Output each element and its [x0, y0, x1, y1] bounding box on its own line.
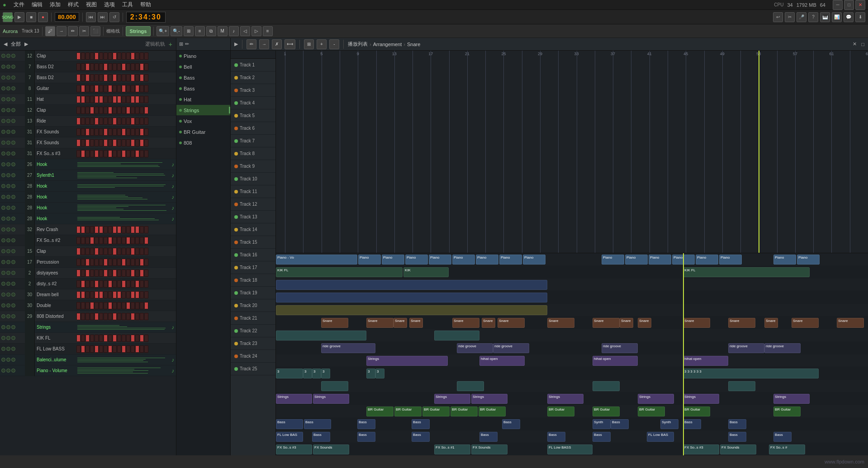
loop-btn[interactable]: ↺: [109, 12, 119, 22]
arrangement-clip[interactable]: Strings: [434, 394, 470, 404]
step-pad[interactable]: [95, 280, 99, 288]
step-pad[interactable]: [85, 269, 90, 277]
track-mute-btn[interactable]: [1, 195, 5, 199]
step-pad[interactable]: [81, 139, 85, 147]
step-pad[interactable]: [90, 280, 94, 288]
step-pad[interactable]: [113, 291, 117, 298]
minimize-btn[interactable]: ─: [833, 0, 843, 10]
track-mute-btn[interactable]: [1, 260, 5, 264]
step-pad[interactable]: [122, 85, 126, 92]
arrangement-clip[interactable]: Bass: [479, 432, 498, 442]
step-pad[interactable]: [135, 335, 139, 342]
step-pad[interactable]: [144, 63, 148, 71]
step-pad[interactable]: [144, 85, 148, 92]
step-pad[interactable]: [95, 150, 99, 157]
arrangement-clip[interactable]: ride groove: [764, 343, 801, 353]
track-solo-btn[interactable]: [6, 249, 10, 253]
arrangement-clip[interactable]: FL Low BAS: [276, 432, 303, 442]
step-pad[interactable]: [144, 291, 148, 298]
step-pad[interactable]: [90, 269, 94, 277]
arr-track-row[interactable]: KIK FLKIKKIK FL: [276, 266, 868, 279]
step-pad[interactable]: [90, 302, 94, 309]
step-pad[interactable]: [117, 63, 121, 71]
track-name-label[interactable]: Double: [35, 303, 76, 308]
step-pad[interactable]: [85, 291, 90, 298]
step-pad[interactable]: [108, 302, 112, 309]
track-name-label[interactable]: FX Sounds: [35, 140, 76, 145]
step-pad[interactable]: [144, 96, 148, 103]
glue-btn[interactable]: ▷: [251, 26, 261, 36]
step-pad[interactable]: [135, 345, 139, 353]
step-pad[interactable]: [117, 150, 121, 157]
track-row[interactable]: 12Clap: [0, 105, 176, 116]
arrangement-clip[interactable]: Piano: [382, 255, 404, 265]
track-mute-btn[interactable]: [1, 369, 5, 373]
piano-btn[interactable]: 🎹: [820, 12, 830, 22]
track-solo-btn[interactable]: [6, 162, 10, 166]
track-arm-btn[interactable]: [11, 206, 15, 210]
step-pad[interactable]: [99, 118, 103, 125]
track-mute-btn[interactable]: [1, 119, 5, 123]
arrangement-clip[interactable]: hihat open: [593, 356, 638, 366]
step-pad[interactable]: [144, 128, 148, 136]
step-pad[interactable]: [108, 237, 112, 244]
arrangement-clip[interactable]: Bass: [547, 432, 565, 442]
menu-help[interactable]: 帮助: [138, 0, 153, 9]
dl-btn[interactable]: ⬇: [855, 12, 865, 22]
track-row[interactable]: 8Guitar: [0, 83, 176, 94]
step-pad[interactable]: [90, 237, 94, 244]
step-pad[interactable]: [113, 345, 117, 353]
track-mute-btn[interactable]: [1, 76, 5, 80]
step-pad[interactable]: [126, 74, 130, 81]
step-pad[interactable]: [81, 63, 85, 71]
step-pad[interactable]: [135, 85, 139, 92]
step-pad[interactable]: [95, 128, 99, 136]
step-pad[interactable]: [95, 226, 99, 233]
arrangement-clip[interactable]: Piano: [672, 255, 695, 265]
track-solo-btn[interactable]: [6, 86, 10, 90]
arr-track-row[interactable]: BassBassBassBassBassSynthBassSynthBassBa…: [276, 418, 868, 430]
arrangement-clip[interactable]: [728, 381, 755, 391]
track-name-label[interactable]: Dream bell: [35, 292, 76, 297]
step-pad[interactable]: [85, 63, 90, 71]
step-pad[interactable]: [90, 248, 94, 255]
step-pad[interactable]: [104, 226, 108, 233]
step-pad[interactable]: [135, 128, 139, 136]
step-pad[interactable]: [122, 52, 126, 60]
zoom-in-btn[interactable]: 🔍+: [157, 26, 169, 36]
step-pad[interactable]: [81, 248, 85, 255]
arrangement-clip[interactable]: Snare: [683, 318, 710, 328]
step-pad[interactable]: [76, 96, 81, 103]
track-row[interactable]: FX So..s #2: [0, 235, 176, 246]
track-mute-btn[interactable]: [1, 325, 5, 329]
arr-track-row[interactable]: [276, 329, 868, 342]
arrangement-clip[interactable]: 3: [276, 369, 303, 378]
arrangement-clip[interactable]: Snare: [482, 318, 495, 328]
step-pad[interactable]: [117, 302, 121, 309]
arrangement-clip[interactable]: [434, 331, 479, 340]
step-pad[interactable]: [126, 302, 130, 309]
track-name-label[interactable]: Hat: [35, 97, 76, 102]
step-pad[interactable]: [122, 237, 126, 244]
arrangement-clip[interactable]: ride groove: [457, 343, 493, 353]
track-row[interactable]: 32Rev Crash: [0, 224, 176, 235]
menu-edit[interactable]: 编辑: [30, 0, 44, 9]
arr-erase-btn[interactable]: ✗: [272, 39, 282, 49]
step-pad[interactable]: [104, 313, 108, 320]
step-pad[interactable]: [131, 85, 135, 92]
step-pad[interactable]: [99, 150, 103, 157]
track-row[interactable]: KIK FL: [0, 333, 176, 344]
step-pad[interactable]: [122, 74, 126, 81]
arrangement-clip[interactable]: Strings: [313, 394, 349, 404]
track-mute-btn[interactable]: [1, 217, 5, 221]
arrangement-clip[interactable]: Piano: [649, 255, 671, 265]
step-pad[interactable]: [104, 118, 108, 125]
eraser-btn[interactable]: ✏: [68, 26, 78, 36]
step-pad[interactable]: [76, 313, 81, 320]
track-arm-btn[interactable]: [11, 282, 15, 286]
step-pad[interactable]: [104, 237, 108, 244]
step-pad[interactable]: [117, 259, 121, 266]
step-pad[interactable]: [85, 118, 90, 125]
track-name-label[interactable]: disty..s #2: [35, 281, 76, 286]
arrangement-clip[interactable]: Piano: [797, 255, 820, 265]
